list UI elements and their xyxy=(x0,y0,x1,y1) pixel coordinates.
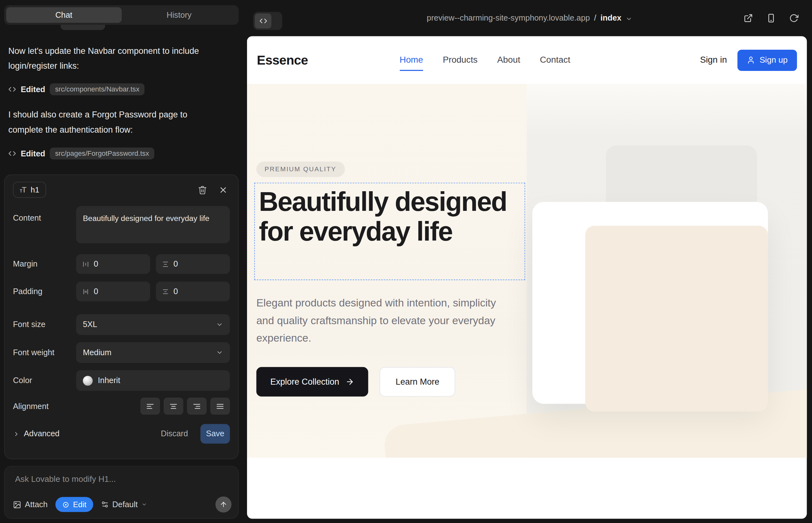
edit-mode-label: Edit xyxy=(73,500,86,509)
align-right-button[interactable] xyxy=(187,398,207,415)
padding-y-input[interactable]: 0 xyxy=(156,282,230,301)
element-editor-card: тT h1 Content Beautifull xyxy=(4,175,239,459)
tab-history[interactable]: History xyxy=(121,7,236,23)
edited-file-row: Edited src/components/Navbar.tsx xyxy=(8,83,144,95)
font-size-select[interactable]: 5XL xyxy=(76,314,230,335)
selected-element-outline[interactable]: Beautifully designed for everyday life xyxy=(254,183,525,280)
color-swatch-icon xyxy=(83,376,93,385)
hero-cta-group: Explore Collection Learn More xyxy=(256,367,455,396)
sliders-icon xyxy=(101,501,109,508)
chevron-down-icon xyxy=(216,321,223,328)
align-center-button[interactable] xyxy=(164,398,183,415)
nav-link-products[interactable]: Products xyxy=(443,55,478,65)
discard-button[interactable]: Discard xyxy=(161,429,188,438)
content-input[interactable]: Beautifully designed for everyday life xyxy=(76,206,230,244)
chat-input[interactable] xyxy=(5,466,238,490)
close-icon xyxy=(218,185,228,194)
editor-footer: Advanced Discard Save xyxy=(5,424,238,444)
advanced-label: Advanced xyxy=(24,429,59,438)
code-icon xyxy=(8,86,16,93)
open-in-new-tab-button[interactable] xyxy=(743,12,754,24)
site-navbar: Essence Home Products About Contact Sign… xyxy=(247,36,807,84)
composer: Attach Edit Default xyxy=(4,466,239,519)
preview-toolbar: preview--charming-site-symphony.lovable.… xyxy=(247,0,812,36)
font-weight-select[interactable]: Medium xyxy=(76,342,230,363)
send-button[interactable] xyxy=(215,497,231,512)
sign-up-button[interactable]: Sign up xyxy=(737,49,797,71)
edited-label: Edited xyxy=(21,149,45,158)
chevron-right-icon xyxy=(13,431,20,437)
mobile-view-button[interactable] xyxy=(765,12,777,24)
file-chip[interactable]: src/pages/ForgotPassword.tsx xyxy=(50,147,155,160)
sign-in-button[interactable]: Sign in xyxy=(700,55,727,65)
margin-row: Margin 0 0 xyxy=(5,254,238,274)
margin-vertical-icon xyxy=(162,260,169,267)
padding-row: Padding 0 0 xyxy=(5,282,238,301)
url-bar: preview--charming-site-symphony.lovable.… xyxy=(247,0,812,36)
color-row: Color Inherit xyxy=(5,370,238,391)
trash-icon xyxy=(198,185,207,194)
margin-label: Margin xyxy=(13,259,76,269)
margin-x-input[interactable]: 0 xyxy=(76,254,150,274)
url-separator: / xyxy=(594,14,596,23)
panel-tab-bar: Chat History xyxy=(4,5,239,25)
advanced-toggle[interactable]: Advanced xyxy=(13,429,59,438)
margin-y-input[interactable]: 0 xyxy=(156,254,230,274)
learn-more-button[interactable]: Learn More xyxy=(380,367,455,396)
editor-header: тT h1 xyxy=(5,175,238,202)
align-justify-button[interactable] xyxy=(210,398,230,415)
hero-section: PREMIUM QUALITY Beautifully designed for… xyxy=(247,84,807,458)
nav-link-contact[interactable]: Contact xyxy=(540,55,570,65)
align-left-button[interactable] xyxy=(140,398,160,415)
file-chip[interactable]: src/components/Navbar.tsx xyxy=(50,83,145,95)
app-root: Chat History Now let's update the Navbar… xyxy=(0,0,812,523)
model-default-label: Default xyxy=(112,500,138,509)
attach-button[interactable]: Attach xyxy=(13,500,48,509)
hero-heading[interactable]: Beautifully designed for everyday life xyxy=(259,186,522,247)
edit-mode-button[interactable]: Edit xyxy=(55,497,93,512)
edited-file-row: Edited src/pages/ForgotPassword.tsx xyxy=(8,147,154,160)
alignment-label: Alignment xyxy=(13,401,76,411)
code-icon xyxy=(255,14,271,29)
external-link-icon xyxy=(744,14,753,23)
padding-x-input[interactable]: 0 xyxy=(76,282,150,301)
site-brand[interactable]: Essence xyxy=(257,53,308,68)
font-size-row: Font size 5XL xyxy=(5,314,238,335)
padding-vertical-icon xyxy=(162,288,169,295)
toolbar-actions xyxy=(743,0,800,36)
tab-chat[interactable]: Chat xyxy=(6,7,122,23)
smartphone-icon xyxy=(766,14,776,23)
site-nav-links: Home Products About Contact xyxy=(400,55,570,65)
chat-panel: Chat History Now let's update the Navbar… xyxy=(0,0,247,523)
target-icon xyxy=(62,501,69,508)
margin-y-value: 0 xyxy=(174,259,178,269)
font-weight-row: Font weight Medium xyxy=(5,342,238,363)
nav-link-home[interactable]: Home xyxy=(400,55,423,65)
font-size-value: 5XL xyxy=(83,320,97,329)
save-button[interactable]: Save xyxy=(200,424,230,444)
explore-collection-button[interactable]: Explore Collection xyxy=(256,367,368,396)
font-weight-value: Medium xyxy=(83,348,111,357)
align-left-icon xyxy=(146,402,154,410)
attach-label: Attach xyxy=(25,500,48,509)
chevron-down-icon xyxy=(625,16,632,22)
padding-horizontal-icon xyxy=(82,288,89,295)
align-right-icon xyxy=(193,402,201,410)
delete-element-button[interactable] xyxy=(196,183,209,197)
url-path: index xyxy=(600,14,621,23)
refresh-button[interactable] xyxy=(788,12,800,24)
model-default-button[interactable]: Default xyxy=(101,500,147,509)
color-select[interactable]: Inherit xyxy=(76,370,230,391)
sign-up-label: Sign up xyxy=(759,55,788,65)
nav-link-about[interactable]: About xyxy=(497,55,520,65)
preview-url: preview--charming-site-symphony.lovable.… xyxy=(427,14,590,23)
code-view-toggle[interactable] xyxy=(253,12,282,30)
close-editor-button[interactable] xyxy=(217,183,230,197)
image-icon xyxy=(13,500,21,508)
hero-description: Elegant products designed with intention… xyxy=(256,294,500,347)
site-preview: Essence Home Products About Contact Sign… xyxy=(247,36,807,519)
arrow-right-icon xyxy=(346,377,354,386)
site-nav-actions: Sign in Sign up xyxy=(700,49,797,71)
element-tag-name: h1 xyxy=(31,185,39,194)
padding-x-value: 0 xyxy=(94,287,98,296)
